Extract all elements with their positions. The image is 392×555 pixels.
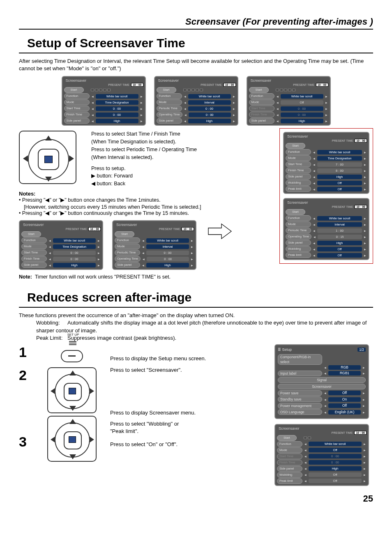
osd-screensaver-full: Screensaver PRESENT TIME 10 : 00 Start F… xyxy=(274,424,369,486)
right-icon[interactable] xyxy=(89,388,94,394)
osd-result-td: Screensaver PRESENT TIME 10 : 00 Start F… xyxy=(283,132,369,194)
left-icon[interactable] xyxy=(51,436,55,443)
remote-dpad xyxy=(19,131,76,184)
comp-rgb-label: Component/RGB-in select xyxy=(278,354,322,365)
start-time-value[interactable]: 0 : 00 xyxy=(96,106,138,111)
right-arrow-icon[interactable]: ▶ xyxy=(140,94,143,98)
boxes-icon xyxy=(91,89,111,91)
up-icon[interactable] xyxy=(69,371,76,375)
start-button[interactable]: Start xyxy=(64,87,84,93)
notes-block: Notes: Pressing "◀" or "▶" button once c… xyxy=(19,191,274,217)
osd-title: Screensaver xyxy=(66,78,143,83)
setup-label: SET UP xyxy=(61,333,85,336)
standby-label: Standby save xyxy=(278,396,322,402)
rgb-value[interactable]: RGB xyxy=(328,365,361,370)
remote-dpad-2 xyxy=(47,367,97,413)
section2-intro: These functions prevent the occurrence o… xyxy=(19,312,373,319)
pm-label: Power management xyxy=(278,403,322,409)
right-icon[interactable] xyxy=(89,436,94,443)
step-numbers: 1 2 3 xyxy=(19,344,34,486)
osd-mode-off: Screensaver PRESENT TIME 10 : 00 Start F… xyxy=(247,76,331,126)
up-icon[interactable] xyxy=(69,419,76,424)
header-title: Screensaver (For preventing after-images… xyxy=(19,16,373,27)
right-icon[interactable] xyxy=(69,155,74,162)
signal-bar[interactable]: Signal xyxy=(278,377,366,383)
step-text: Press to display the Setup menu screen. … xyxy=(110,344,271,486)
instruction-text: Press to select Start Time / Finish Time… xyxy=(91,131,274,188)
osd-interval: Screensaver PRESENT TIME 10 : 00 Start F… xyxy=(154,76,238,126)
down-icon[interactable] xyxy=(45,177,52,182)
finish-time-value[interactable]: 0 : 00 xyxy=(96,113,138,117)
setup-menu-osd: ≣ Setup1/2 Component/RGB-in select ◀RGB▶… xyxy=(274,344,369,419)
osd-present-time: PRESENT TIME 10 : 00 xyxy=(64,83,143,86)
step-icons: SET UP xyxy=(37,344,107,486)
osdlang-label: OSD Language xyxy=(278,409,322,415)
page-header: Screensaver (For preventing after-images… xyxy=(19,16,373,30)
down-icon[interactable] xyxy=(69,454,76,459)
result-box: Screensaver PRESENT TIME 10 : 00 Start F… xyxy=(279,128,373,264)
setup-button-icon[interactable] xyxy=(61,350,83,362)
side-panel-label: Side panel xyxy=(64,118,90,124)
footer-note: Note: Timer function will not work unles… xyxy=(19,274,274,280)
osd-row-top: Screensaver PRESENT TIME 10 : 00 Start F… xyxy=(19,76,373,126)
osd-result-int: Screensaver PRESENT TIME 10 : 00 Start F… xyxy=(283,198,369,260)
function-label: Function xyxy=(64,93,90,99)
section1-heading: Setup of Screensaver Time xyxy=(19,35,373,53)
arrow-right-icon xyxy=(205,220,234,242)
start-button[interactable]: Start xyxy=(249,87,269,93)
screensaver-bar[interactable]: Screensaver xyxy=(278,384,366,389)
mode-value[interactable]: Time Designation xyxy=(96,100,138,105)
definitions: Wobbling:Automatically shifts the displa… xyxy=(36,319,373,342)
section2-heading: Reduces screen after-image xyxy=(19,290,373,308)
osd-example-td: Screensaver PRESENT TIME 10 : 00 Start F… xyxy=(19,220,103,270)
start-time-label: Start Time xyxy=(64,106,90,111)
down-icon[interactable] xyxy=(69,406,76,411)
left-icon[interactable] xyxy=(23,155,28,162)
mode-label: Mode xyxy=(64,99,90,105)
start-button[interactable]: Start xyxy=(157,87,176,93)
section1-intro: After selecting Time Designation or Inte… xyxy=(19,58,373,72)
osd-time-designation: Screensaver PRESENT TIME 10 : 00 Start F… xyxy=(62,76,146,126)
input-value[interactable]: RGB1 xyxy=(328,371,361,375)
function-value[interactable]: White bar scroll xyxy=(96,94,138,99)
page-number: 25 xyxy=(19,493,373,504)
osd-example-int: Screensaver PRESENT TIME 10 : 00 Start F… xyxy=(112,220,196,270)
up-icon[interactable] xyxy=(45,136,52,140)
left-arrow-icon[interactable]: ◀ xyxy=(91,94,95,98)
side-panel-value[interactable]: High xyxy=(96,119,138,123)
finish-time-label: Finish Time xyxy=(64,112,90,117)
powersave-label: Power save xyxy=(278,390,322,396)
remote-dpad-3 xyxy=(47,416,97,462)
left-icon[interactable] xyxy=(51,388,55,394)
input-label: Input label xyxy=(278,371,322,376)
